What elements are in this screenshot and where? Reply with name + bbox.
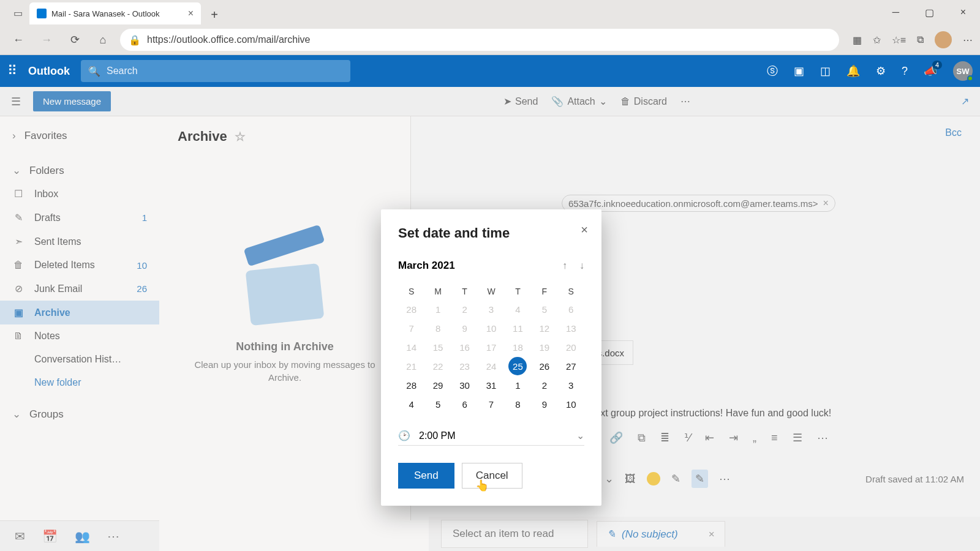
calendar-day: 18 — [505, 338, 531, 357]
calendar-day: 16 — [451, 338, 478, 357]
cancel-button[interactable]: Cancel — [462, 463, 522, 489]
browser-chrome: ▭ Mail - Sara Wanasek - Outlook × + ─ ▢ … — [0, 0, 980, 55]
calendar-day[interactable]: 7 — [478, 395, 504, 414]
calendar-day[interactable]: 27 — [558, 357, 584, 376]
tab-title: Mail - Sara Wanasek - Outlook — [51, 9, 183, 18]
calendar-day[interactable]: 9 — [531, 395, 557, 414]
help-icon[interactable]: ? — [902, 65, 908, 78]
skype-icon[interactable]: ⓢ — [767, 64, 778, 78]
calendar-day: 21 — [398, 357, 424, 376]
notifications-icon[interactable]: 🔔 — [846, 64, 860, 78]
next-month-icon[interactable]: ↓ — [579, 260, 584, 271]
calendar-day[interactable]: 28 — [398, 376, 424, 395]
clock-icon: 🕑 — [398, 430, 410, 441]
close-window-button[interactable]: × — [946, 0, 980, 24]
maximize-button[interactable]: ▢ — [913, 0, 946, 24]
calendar-day[interactable]: 1 — [505, 376, 531, 395]
calendar-day: 17 — [478, 338, 504, 357]
presence-indicator — [967, 75, 973, 81]
extensions-icon[interactable]: ▦ — [853, 34, 862, 46]
outlook-favicon — [37, 9, 47, 18]
calendar-day: 13 — [558, 319, 584, 338]
calendar-day: 28 — [398, 300, 424, 319]
announce-icon[interactable]: 📣4 — [924, 64, 937, 78]
calendar-day[interactable]: 4 — [398, 395, 424, 414]
calendar-day: 8 — [424, 319, 451, 338]
calendar-day[interactable]: 2 — [531, 376, 557, 395]
time-picker[interactable]: 🕑 2:00 PM ⌄ — [398, 430, 584, 446]
calendar-day[interactable]: 30 — [451, 376, 478, 395]
calendar-day: 24 — [478, 357, 504, 376]
notif-badge: 4 — [932, 61, 942, 69]
app-name: Outlook — [28, 65, 70, 78]
calendar-day[interactable]: 6 — [451, 395, 478, 414]
lock-icon: 🔒 — [129, 34, 141, 46]
month-label: March 2021 — [398, 260, 455, 272]
dialog-title: Set date and time — [398, 225, 584, 241]
profile-tab-icon[interactable]: ▭ — [6, 1, 29, 24]
teams-icon[interactable]: ▣ — [794, 64, 804, 78]
calendar-day: 10 — [478, 319, 504, 338]
settings-gear-icon[interactable]: ⚙ — [876, 64, 886, 78]
outlook-header: ⠿ Outlook 🔍 Search ⓢ ▣ ◫ 🔔 ⚙ ? 📣4 SW — [0, 55, 980, 87]
time-value: 2:00 PM — [419, 430, 456, 441]
calendar-day[interactable]: 29 — [424, 376, 451, 395]
calendar-day: 5 — [531, 300, 557, 319]
weekday-header: S — [558, 283, 584, 300]
back-button[interactable]: ← — [7, 29, 29, 51]
weekday-header: W — [478, 283, 504, 300]
weekday-header: M — [424, 283, 451, 300]
calendar-day[interactable]: 5 — [424, 395, 451, 414]
calendar-day: 11 — [505, 319, 531, 338]
calendar-day: 12 — [531, 319, 557, 338]
schedule-send-dialog: Set date and time × March 2021 ↑ ↓ SMTWT… — [381, 209, 601, 506]
user-avatar[interactable]: SW — [953, 61, 973, 81]
calendar-day: 20 — [558, 338, 584, 357]
calendar-day: 2 — [451, 300, 478, 319]
schedule-send-button[interactable]: Send — [398, 463, 454, 489]
favorites-add-icon[interactable]: ✩ — [873, 34, 881, 46]
calendar-day: 22 — [424, 357, 451, 376]
calendar-day: 19 — [531, 338, 557, 357]
url-text: https://outlook.office.com/mail/archive — [147, 34, 311, 45]
browser-menu-icon[interactable]: ⋯ — [963, 34, 973, 46]
weekday-header: F — [531, 283, 557, 300]
collections-icon[interactable]: ⧉ — [917, 34, 924, 45]
address-bar[interactable]: 🔒 https://outlook.office.com/mail/archiv… — [120, 29, 839, 51]
app-launcher-icon[interactable]: ⠿ — [7, 63, 17, 79]
browser-tab[interactable]: Mail - Sara Wanasek - Outlook × — [29, 2, 201, 24]
calendar-day[interactable]: 8 — [505, 395, 531, 414]
calendar-day: 7 — [398, 319, 424, 338]
minimize-button[interactable]: ─ — [879, 0, 913, 24]
calendar-day: 23 — [451, 357, 478, 376]
calendar-day: 3 — [478, 300, 504, 319]
weekday-header: T — [505, 283, 531, 300]
calendar-day: 4 — [505, 300, 531, 319]
favorites-icon[interactable]: ☆≡ — [892, 34, 906, 46]
calendar-grid: SMTWTFS 28123456789101112131415161718192… — [398, 283, 584, 414]
calendar-day[interactable]: 10 — [558, 395, 584, 414]
calendar-day: 15 — [424, 338, 451, 357]
calendar-day[interactable]: 26 — [531, 357, 557, 376]
prev-month-icon[interactable]: ↑ — [562, 260, 567, 271]
calendar-day: 14 — [398, 338, 424, 357]
refresh-button[interactable]: ⟳ — [64, 29, 86, 51]
calendar-day[interactable]: 3 — [558, 376, 584, 395]
calendar-day[interactable]: 31 — [478, 376, 504, 395]
search-box[interactable]: 🔍 Search — [81, 60, 350, 82]
weekday-header: T — [451, 283, 478, 300]
calendar-day: 6 — [558, 300, 584, 319]
chevron-down-icon: ⌄ — [576, 430, 584, 441]
calendar-day: 9 — [451, 319, 478, 338]
calendar-day[interactable]: 25 — [508, 357, 527, 375]
calendar-day: 1 — [424, 300, 451, 319]
browser-profile-avatar[interactable] — [935, 31, 952, 48]
meet-now-icon[interactable]: ◫ — [820, 64, 831, 78]
close-dialog-icon[interactable]: × — [581, 223, 588, 237]
new-tab-button[interactable]: + — [205, 5, 224, 24]
forward-button: → — [36, 29, 58, 51]
search-placeholder: Search — [107, 66, 138, 77]
home-button[interactable]: ⌂ — [92, 29, 114, 51]
weekday-header: S — [398, 283, 424, 300]
close-tab-icon[interactable]: × — [188, 8, 194, 19]
